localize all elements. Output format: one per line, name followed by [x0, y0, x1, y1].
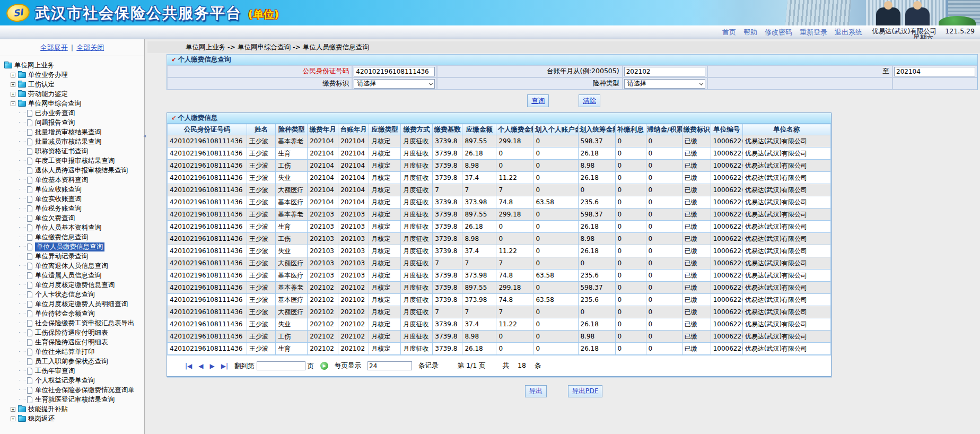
- table-row[interactable]: 420102196108111436王少波生育202104202104月核定月度…: [168, 147, 831, 160]
- sidebar-leaf-item[interactable]: 员工入职前参保状态查询: [3, 357, 144, 366]
- sidebar-leaf-item[interactable]: 批量增员审核结果查询: [3, 127, 144, 137]
- sidebar-leaf-item[interactable]: 个人卡状态信息查询: [3, 290, 144, 299]
- pay-flag-select[interactable]: 请选择: [354, 79, 435, 89]
- export-button[interactable]: 导出: [525, 385, 547, 397]
- sidebar-folder-item[interactable]: +稳岗返还: [3, 414, 144, 423]
- go-button[interactable]: ▶: [320, 362, 328, 370]
- id-number-input[interactable]: [354, 67, 435, 76]
- period-to-input[interactable]: [894, 67, 975, 76]
- sidebar-leaf-item[interactable]: 单位待转金余额查询: [3, 309, 144, 318]
- sidebar-folder-item[interactable]: +工伤认定: [3, 80, 144, 89]
- sidebar-leaf-item[interactable]: 工伤保险待遇应付明细表: [3, 328, 144, 337]
- table-cell: 10006226: [711, 147, 742, 160]
- sidebar-leaf-item[interactable]: 单位基本资料查询: [3, 175, 144, 185]
- sidebar-leaf-item[interactable]: 单位实收账查询: [3, 194, 144, 204]
- expand-all-link[interactable]: 全部展开: [40, 44, 68, 51]
- table-cell: 897.55: [462, 282, 496, 294]
- sidebar-folder-item[interactable]: -单位网申综合查询: [3, 99, 144, 108]
- table-row[interactable]: 420102196108111436王少波基本养老202102202102月核定…: [168, 282, 831, 294]
- table-cell: 月度征收: [401, 331, 433, 343]
- ins-type-select[interactable]: 请选择: [624, 79, 705, 89]
- sidebar-leaf-item[interactable]: 单位应收账查询: [3, 185, 144, 194]
- tree-item-label: 单位人员基本资料查询: [35, 223, 101, 232]
- table-row[interactable]: 420102196108111436王少波失业202102202102月核定月度…: [168, 318, 831, 331]
- sidebar-leaf-item[interactable]: 个人权益记录单查询: [3, 376, 144, 385]
- sidebar-tree: 单位网上业务+单位业务办理+工伤认定+劳动能力鉴定-单位网申综合查询已办业务查询…: [0, 56, 144, 423]
- sidebar-leaf-item[interactable]: 社会保险缴费工资申报汇总表导出: [3, 318, 144, 328]
- table-row[interactable]: 420102196108111436王少波基本养老202104202104月核定…: [168, 135, 831, 147]
- document-icon: [27, 244, 32, 250]
- table-row[interactable]: 420102196108111436王少波失业202104202104月核定月度…: [168, 172, 831, 184]
- table-cell: 优易达(武汉)有限公司: [742, 172, 830, 184]
- sidebar-splitter[interactable]: [144, 39, 147, 434]
- first-page-button[interactable]: |◀: [185, 362, 192, 370]
- sidebar-leaf-item[interactable]: 单位离退休人员信息查询: [3, 261, 144, 271]
- table-row[interactable]: 420102196108111436王少波大额医疗202104202104月核定…: [168, 184, 831, 196]
- table-row[interactable]: 420102196108111436王少波基本医疗202104202104月核定…: [168, 196, 831, 209]
- prev-page-button[interactable]: ◀: [198, 362, 203, 370]
- table-cell: 420102196108111436: [168, 233, 247, 245]
- sidebar-folder-item[interactable]: +技能提升补贴: [3, 404, 144, 414]
- table-row[interactable]: 420102196108111436王少波基本医疗202102202102月核定…: [168, 294, 831, 306]
- collapse-toggle-icon[interactable]: -: [11, 101, 15, 106]
- goto-page-input[interactable]: [257, 361, 305, 370]
- sidebar-leaf-item[interactable]: 生育保险待遇应付明细表: [3, 337, 144, 347]
- expand-toggle-icon[interactable]: +: [11, 92, 15, 97]
- sidebar-folder-item[interactable]: +单位业务办理: [3, 70, 144, 80]
- sidebar-leaf-item[interactable]: 单位遗属人员信息查询: [3, 271, 144, 280]
- nav-relogin-link[interactable]: 重新登录: [800, 28, 827, 37]
- sidebar-leaf-item[interactable]: 生育就医登记审核结果查询: [3, 395, 144, 404]
- table-cell: 10006226: [711, 282, 742, 294]
- sidebar-leaf-item[interactable]: 单位人员基本资料查询: [3, 223, 144, 232]
- sidebar-leaf-item[interactable]: 退休人员待遇申报审核结果查询: [3, 166, 144, 175]
- sidebar-leaf-item[interactable]: 单位欠费查询: [3, 213, 144, 223]
- sidebar-leaf-item[interactable]: 批量减员审核结果查询: [3, 137, 144, 146]
- table-row[interactable]: 420102196108111436王少波大额医疗202102202102月核定…: [168, 306, 831, 318]
- next-page-button[interactable]: ▶: [210, 362, 215, 370]
- table-row[interactable]: 420102196108111436王少波生育202103202103月核定月度…: [168, 221, 831, 233]
- sidebar-leaf-item[interactable]: 单位缴费信息查询: [3, 232, 144, 242]
- period-from-input[interactable]: [624, 67, 705, 76]
- collapse-all-link[interactable]: 全部关闭: [76, 44, 104, 51]
- export-pdf-button[interactable]: 导出PDF: [568, 385, 602, 397]
- table-row[interactable]: 420102196108111436王少波工伤202103202103月核定月度…: [168, 233, 831, 245]
- table-row[interactable]: 420102196108111436王少波大额医疗202103202103月核定…: [168, 257, 831, 270]
- query-button[interactable]: 查询: [527, 94, 549, 107]
- expand-toggle-icon[interactable]: +: [11, 416, 15, 421]
- nav-logout-link[interactable]: 退出系统: [835, 28, 862, 37]
- nav-home-link[interactable]: 首页: [722, 28, 736, 37]
- sidebar-leaf-item[interactable]: 年度工资申报审核结果查询: [3, 156, 144, 166]
- sidebar-folder-item[interactable]: 单位网上业务: [3, 60, 144, 70]
- table-row[interactable]: 420102196108111436王少波工伤202102202102月核定月度…: [168, 331, 831, 343]
- sidebar-leaf-item[interactable]: 职称资格证书查询: [3, 146, 144, 156]
- sidebar-leaf-item[interactable]: 工伤年审查询: [3, 366, 144, 376]
- table-row[interactable]: 420102196108111436王少波基本养老202103202103月核定…: [168, 209, 831, 221]
- table-row[interactable]: 420102196108111436王少波失业202103202103月核定月度…: [168, 245, 831, 257]
- table-cell: 优易达(武汉)有限公司: [742, 233, 830, 245]
- table-row[interactable]: 420102196108111436王少波生育202102202102月核定月度…: [168, 343, 831, 355]
- sidebar-leaf-item[interactable]: 问题报告查询: [3, 118, 144, 127]
- clear-button[interactable]: 清除: [579, 94, 600, 107]
- sidebar-leaf-item[interactable]: 单位人员缴费信息查询: [3, 242, 144, 251]
- tree-item-label: 问题报告查询: [35, 118, 75, 127]
- table-cell: 0: [533, 184, 578, 196]
- per-page-input[interactable]: [368, 361, 412, 370]
- sidebar-leaf-item[interactable]: 已办业务查询: [3, 108, 144, 118]
- sidebar-leaf-item[interactable]: 单位税务账查询: [3, 204, 144, 213]
- nav-change-password-link[interactable]: 修改密码: [765, 28, 792, 37]
- expand-toggle-icon[interactable]: +: [11, 407, 15, 412]
- sidebar-leaf-item[interactable]: 单位往来结算单打印: [3, 347, 144, 357]
- sidebar-leaf-item[interactable]: 单位社会保险参保缴费情况查询单: [3, 385, 144, 395]
- login-date: 121.5.29: [945, 27, 975, 35]
- sidebar-folder-item[interactable]: +劳动能力鉴定: [3, 89, 144, 99]
- nav-help-link[interactable]: 帮助: [743, 28, 757, 37]
- expand-toggle-icon[interactable]: +: [11, 73, 15, 77]
- sidebar-leaf-item[interactable]: 单位月度核定缴费人员明细查询: [3, 299, 144, 309]
- expand-toggle-icon[interactable]: +: [11, 82, 15, 87]
- sidebar-leaf-item[interactable]: 单位异动记录查询: [3, 251, 144, 261]
- table-row[interactable]: 420102196108111436王少波基本医疗202103202103月核定…: [168, 270, 831, 282]
- sidebar-leaf-item[interactable]: 单位月度核定缴费信息查询: [3, 280, 144, 290]
- column-header: 缴费方式: [401, 124, 433, 135]
- last-page-button[interactable]: ▶|: [221, 362, 228, 370]
- table-row[interactable]: 420102196108111436王少波工伤202104202104月核定月度…: [168, 160, 831, 172]
